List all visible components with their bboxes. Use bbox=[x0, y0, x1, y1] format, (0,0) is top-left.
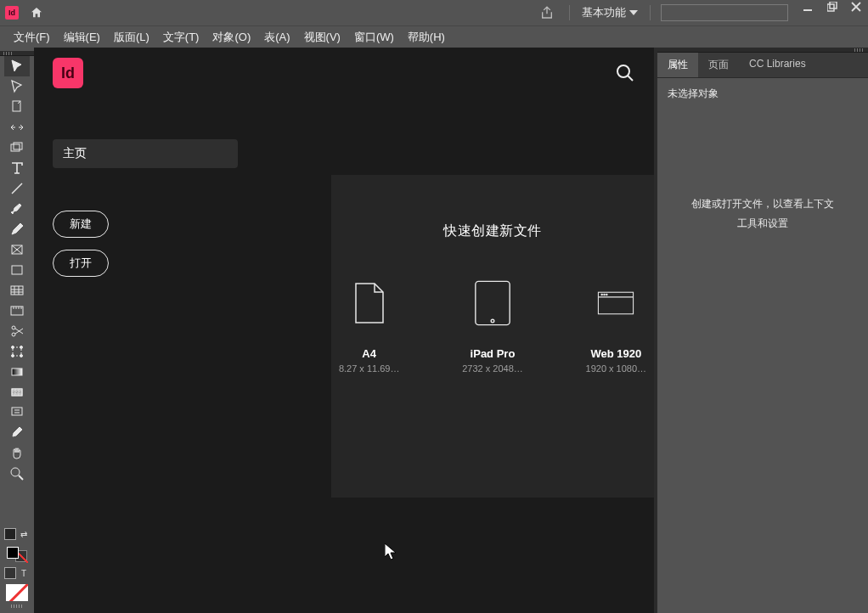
svg-rect-2 bbox=[830, 2, 837, 8]
svg-point-10 bbox=[12, 326, 15, 329]
preset-size: 8.27 x 11.69… bbox=[339, 363, 400, 374]
open-button[interactable]: 打开 bbox=[53, 250, 109, 277]
fill-stroke-toggle[interactable]: ⇄ bbox=[4, 528, 30, 540]
svg-point-14 bbox=[20, 346, 23, 349]
svg-rect-7 bbox=[12, 266, 22, 274]
svg-point-29 bbox=[604, 294, 605, 295]
tool-panel: ⇄ T bbox=[0, 48, 34, 613]
selection-tool[interactable] bbox=[4, 56, 30, 76]
app-badge: Id bbox=[5, 6, 19, 20]
divider bbox=[650, 5, 651, 20]
preset-size: 1920 x 1080… bbox=[586, 363, 647, 374]
svg-point-30 bbox=[606, 294, 607, 295]
tab-cc-libraries[interactable]: CC Libraries bbox=[739, 53, 816, 77]
menu-file[interactable]: 文件(F) bbox=[7, 27, 57, 48]
svg-rect-5 bbox=[14, 143, 22, 149]
svg-rect-27 bbox=[599, 292, 634, 314]
line-tool[interactable] bbox=[4, 178, 30, 199]
svg-point-13 bbox=[12, 346, 14, 349]
svg-rect-12 bbox=[13, 347, 21, 356]
content-collector-tool[interactable] bbox=[4, 138, 30, 158]
svg-rect-4 bbox=[11, 144, 20, 151]
preset-a4[interactable]: A4 8.27 x 11.69… bbox=[331, 279, 407, 374]
divider bbox=[569, 5, 570, 20]
home-icon[interactable] bbox=[29, 6, 44, 20]
zoom-tool[interactable] bbox=[4, 464, 30, 484]
svg-point-15 bbox=[12, 355, 14, 357]
panel-hint: 创建或打开文件，以查看上下文 工具和设置 bbox=[657, 194, 868, 233]
direct-selection-tool[interactable] bbox=[4, 76, 30, 97]
menu-table[interactable]: 表(A) bbox=[257, 27, 296, 48]
workspace-switcher[interactable]: 基本功能 bbox=[577, 5, 643, 20]
svg-rect-25 bbox=[476, 281, 510, 324]
quick-create-heading: 快速创建新文件 bbox=[331, 222, 654, 240]
workspace-label: 基本功能 bbox=[582, 5, 626, 20]
preset-name: Web 1920 bbox=[590, 347, 641, 360]
menu-edit[interactable]: 编辑(E) bbox=[57, 27, 107, 48]
menu-type[interactable]: 文字(T) bbox=[156, 27, 206, 48]
menu-object[interactable]: 对象(O) bbox=[206, 27, 257, 48]
svg-point-16 bbox=[20, 355, 23, 357]
menu-help[interactable]: 帮助(H) bbox=[401, 27, 452, 48]
free-transform-tool[interactable] bbox=[4, 341, 30, 362]
indesign-logo: Id bbox=[53, 58, 83, 88]
close-button[interactable] bbox=[844, 0, 868, 25]
svg-point-26 bbox=[491, 319, 494, 323]
preset-size: 2732 x 2048… bbox=[462, 363, 523, 374]
svg-rect-17 bbox=[12, 368, 22, 375]
preset-name: iPad Pro bbox=[471, 347, 516, 360]
restore-button[interactable] bbox=[820, 0, 844, 25]
page-tool[interactable] bbox=[4, 97, 30, 117]
menu-bar: 文件(F) 编辑(E) 版面(L) 文字(T) 对象(O) 表(A) 视图(V)… bbox=[0, 25, 868, 48]
svg-point-24 bbox=[617, 65, 629, 77]
svg-rect-8 bbox=[11, 286, 23, 295]
quick-create-panel: 快速创建新文件 A4 8.27 x 11.69… iPad Pro 2732 x… bbox=[331, 175, 654, 498]
note-tool[interactable] bbox=[4, 402, 30, 423]
svg-point-11 bbox=[12, 333, 15, 336]
share-icon[interactable] bbox=[540, 6, 554, 20]
scissors-tool[interactable] bbox=[4, 321, 30, 341]
chevron-down-icon bbox=[629, 10, 638, 15]
preset-ipad-pro[interactable]: iPad Pro 2732 x 2048… bbox=[454, 279, 530, 374]
eyedropper-tool[interactable] bbox=[4, 423, 30, 443]
svg-point-28 bbox=[601, 294, 602, 295]
panel-grip-icon[interactable] bbox=[11, 605, 23, 608]
svg-rect-1 bbox=[827, 4, 834, 11]
properties-panel: 属性 页面 CC Libraries 未选择对象 创建或打开文件，以查看上下文 … bbox=[657, 48, 868, 613]
pen-tool[interactable] bbox=[4, 199, 30, 219]
gap-tool[interactable] bbox=[4, 117, 30, 138]
nav-home[interactable]: 主页 bbox=[53, 139, 238, 168]
search-input[interactable] bbox=[661, 4, 788, 21]
gradient-feather-tool[interactable] bbox=[4, 382, 30, 402]
tab-pages[interactable]: 页面 bbox=[698, 53, 739, 77]
menu-window[interactable]: 窗口(W) bbox=[347, 27, 401, 48]
svg-rect-0 bbox=[803, 9, 812, 11]
rectangle-tool[interactable] bbox=[4, 260, 30, 280]
fill-stroke-swatch[interactable] bbox=[7, 547, 27, 562]
default-fill-stroke[interactable] bbox=[6, 584, 28, 601]
menu-view[interactable]: 视图(V) bbox=[297, 27, 347, 48]
apply-target-toggle[interactable]: T bbox=[4, 567, 30, 579]
tab-properties[interactable]: 属性 bbox=[657, 53, 698, 77]
new-button[interactable]: 新建 bbox=[53, 211, 109, 238]
pencil-tool[interactable] bbox=[4, 219, 30, 239]
minimize-button[interactable] bbox=[797, 0, 820, 25]
hand-tool[interactable] bbox=[4, 443, 30, 464]
title-bar: Id 基本功能 bbox=[0, 0, 868, 25]
svg-rect-22 bbox=[12, 408, 22, 415]
svg-rect-19 bbox=[12, 389, 22, 396]
rectangle-frame-tool[interactable] bbox=[4, 239, 30, 260]
type-tool[interactable] bbox=[4, 158, 30, 178]
preset-name: A4 bbox=[362, 347, 376, 360]
selection-status: 未选择对象 bbox=[657, 78, 868, 110]
preset-web-1920[interactable]: Web 1920 1920 x 1080… bbox=[578, 279, 654, 374]
svg-point-23 bbox=[11, 468, 20, 476]
measure-tool[interactable] bbox=[4, 301, 30, 321]
gradient-tool[interactable] bbox=[4, 362, 30, 382]
table-tool[interactable] bbox=[4, 280, 30, 301]
cursor-icon bbox=[385, 543, 397, 560]
welcome-screen: Id 主页 新建 打开 快速创建新文件 A4 8.27 x 11.69… iPa… bbox=[34, 48, 654, 613]
search-icon[interactable] bbox=[615, 63, 635, 83]
menu-layout[interactable]: 版面(L) bbox=[107, 27, 156, 48]
